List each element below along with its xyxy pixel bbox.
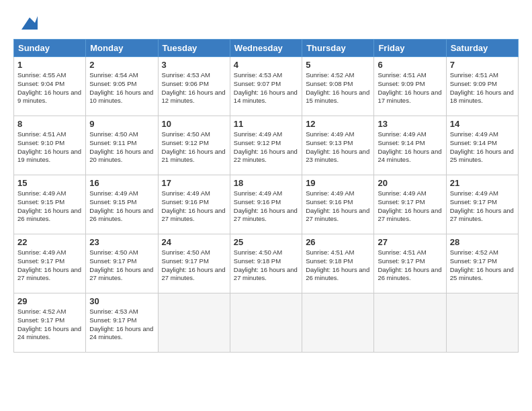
- header: [13, 11, 519, 32]
- calendar-cell: [446, 293, 518, 353]
- day-info: Sunrise: 4:54 AMSunset: 9:05 PMDaylight:…: [89, 71, 154, 105]
- calendar-cell: 8Sunrise: 4:51 AMSunset: 9:10 PMDaylight…: [14, 116, 86, 175]
- day-number: 10: [162, 119, 226, 129]
- day-number: 8: [17, 119, 82, 129]
- calendar-cell: 10Sunrise: 4:50 AMSunset: 9:12 PMDayligh…: [158, 116, 230, 175]
- day-number: 27: [378, 237, 442, 247]
- day-info: Sunrise: 4:49 AMSunset: 9:16 PMDaylight:…: [306, 189, 370, 224]
- calendar-cell: 7Sunrise: 4:51 AMSunset: 9:09 PMDaylight…: [446, 57, 518, 116]
- day-info: Sunrise: 4:52 AMSunset: 9:08 PMDaylight:…: [306, 71, 370, 105]
- day-number: 11: [234, 119, 298, 129]
- calendar-cell: 13Sunrise: 4:49 AMSunset: 9:14 PMDayligh…: [374, 116, 446, 175]
- day-info: Sunrise: 4:49 AMSunset: 9:17 PMDaylight:…: [450, 189, 515, 224]
- calendar-cell: [158, 293, 230, 353]
- calendar-cell: [374, 293, 446, 353]
- day-info: Sunrise: 4:51 AMSunset: 9:17 PMDaylight:…: [378, 248, 442, 283]
- day-info: Sunrise: 4:49 AMSunset: 9:14 PMDaylight:…: [450, 130, 515, 165]
- day-info: Sunrise: 4:50 AMSunset: 9:12 PMDaylight:…: [162, 130, 226, 165]
- day-number: 18: [234, 178, 298, 188]
- calendar-cell: 15Sunrise: 4:49 AMSunset: 9:15 PMDayligh…: [14, 175, 86, 234]
- calendar-cell: 6Sunrise: 4:51 AMSunset: 9:09 PMDaylight…: [374, 57, 446, 116]
- day-number: 2: [89, 60, 154, 70]
- day-number: 20: [378, 178, 442, 188]
- day-info: Sunrise: 4:50 AMSunset: 9:11 PMDaylight:…: [89, 130, 154, 165]
- weekday-header-thursday: Thursday: [302, 40, 374, 57]
- calendar-cell: 26Sunrise: 4:51 AMSunset: 9:18 PMDayligh…: [302, 234, 374, 293]
- day-number: 19: [306, 178, 370, 188]
- calendar-cell: 3Sunrise: 4:53 AMSunset: 9:06 PMDaylight…: [158, 57, 230, 116]
- weekday-header-monday: Monday: [86, 40, 158, 57]
- day-info: Sunrise: 4:52 AMSunset: 9:17 PMDaylight:…: [17, 308, 82, 342]
- day-info: Sunrise: 4:51 AMSunset: 9:09 PMDaylight:…: [450, 71, 515, 105]
- week-row-3: 15Sunrise: 4:49 AMSunset: 9:15 PMDayligh…: [14, 175, 519, 234]
- calendar-cell: 28Sunrise: 4:52 AMSunset: 9:17 PMDayligh…: [446, 234, 518, 293]
- day-info: Sunrise: 4:53 AMSunset: 9:07 PMDaylight:…: [234, 71, 298, 105]
- calendar-cell: 11Sunrise: 4:49 AMSunset: 9:12 PMDayligh…: [230, 116, 302, 175]
- calendar-cell: 21Sunrise: 4:49 AMSunset: 9:17 PMDayligh…: [446, 175, 518, 234]
- day-info: Sunrise: 4:49 AMSunset: 9:15 PMDaylight:…: [89, 189, 154, 224]
- day-info: Sunrise: 4:50 AMSunset: 9:17 PMDaylight:…: [162, 248, 226, 283]
- day-number: 4: [234, 60, 298, 70]
- weekday-header-wednesday: Wednesday: [230, 40, 302, 57]
- calendar: SundayMondayTuesdayWednesdayThursdayFrid…: [13, 39, 519, 353]
- calendar-cell: 12Sunrise: 4:49 AMSunset: 9:13 PMDayligh…: [302, 116, 374, 175]
- calendar-cell: 18Sunrise: 4:49 AMSunset: 9:16 PMDayligh…: [230, 175, 302, 234]
- day-number: 7: [450, 60, 515, 70]
- day-info: Sunrise: 4:49 AMSunset: 9:17 PMDaylight:…: [378, 189, 442, 224]
- day-number: 3: [162, 60, 226, 70]
- day-number: 26: [306, 237, 370, 247]
- day-number: 12: [306, 119, 370, 129]
- page: SundayMondayTuesdayWednesdayThursdayFrid…: [0, 0, 532, 411]
- day-info: Sunrise: 4:50 AMSunset: 9:18 PMDaylight:…: [234, 248, 298, 283]
- day-number: 25: [234, 237, 298, 247]
- day-number: 30: [89, 296, 154, 306]
- day-number: 29: [17, 296, 82, 306]
- calendar-cell: 20Sunrise: 4:49 AMSunset: 9:17 PMDayligh…: [374, 175, 446, 234]
- logo-icon: [16, 11, 38, 32]
- week-row-5: 29Sunrise: 4:52 AMSunset: 9:17 PMDayligh…: [14, 293, 519, 353]
- week-row-4: 22Sunrise: 4:49 AMSunset: 9:17 PMDayligh…: [14, 234, 519, 293]
- calendar-cell: 2Sunrise: 4:54 AMSunset: 9:05 PMDaylight…: [86, 57, 158, 116]
- day-info: Sunrise: 4:53 AMSunset: 9:17 PMDaylight:…: [89, 308, 154, 342]
- calendar-cell: 16Sunrise: 4:49 AMSunset: 9:15 PMDayligh…: [86, 175, 158, 234]
- day-info: Sunrise: 4:49 AMSunset: 9:12 PMDaylight:…: [234, 130, 298, 165]
- day-number: 1: [17, 60, 82, 70]
- day-number: 9: [89, 119, 154, 129]
- weekday-header-friday: Friday: [374, 40, 446, 57]
- calendar-cell: 29Sunrise: 4:52 AMSunset: 9:17 PMDayligh…: [14, 293, 86, 353]
- weekday-header-saturday: Saturday: [446, 40, 518, 57]
- day-number: 23: [89, 237, 154, 247]
- day-number: 21: [450, 178, 515, 188]
- day-info: Sunrise: 4:51 AMSunset: 9:18 PMDaylight:…: [306, 248, 370, 283]
- day-info: Sunrise: 4:49 AMSunset: 9:13 PMDaylight:…: [306, 130, 370, 165]
- calendar-cell: 25Sunrise: 4:50 AMSunset: 9:18 PMDayligh…: [230, 234, 302, 293]
- logo: [13, 11, 38, 32]
- calendar-cell: 30Sunrise: 4:53 AMSunset: 9:17 PMDayligh…: [86, 293, 158, 353]
- calendar-cell: 23Sunrise: 4:50 AMSunset: 9:17 PMDayligh…: [86, 234, 158, 293]
- weekday-header-row: SundayMondayTuesdayWednesdayThursdayFrid…: [14, 40, 519, 57]
- day-info: Sunrise: 4:51 AMSunset: 9:09 PMDaylight:…: [378, 71, 442, 105]
- day-info: Sunrise: 4:53 AMSunset: 9:06 PMDaylight:…: [162, 71, 226, 105]
- calendar-cell: 19Sunrise: 4:49 AMSunset: 9:16 PMDayligh…: [302, 175, 374, 234]
- calendar-cell: 24Sunrise: 4:50 AMSunset: 9:17 PMDayligh…: [158, 234, 230, 293]
- day-info: Sunrise: 4:55 AMSunset: 9:04 PMDaylight:…: [17, 71, 82, 105]
- day-number: 5: [306, 60, 370, 70]
- day-number: 6: [378, 60, 442, 70]
- weekday-header-tuesday: Tuesday: [158, 40, 230, 57]
- day-number: 13: [378, 119, 442, 129]
- day-number: 28: [450, 237, 515, 247]
- day-number: 15: [17, 178, 82, 188]
- calendar-cell: 17Sunrise: 4:49 AMSunset: 9:16 PMDayligh…: [158, 175, 230, 234]
- calendar-cell: [230, 293, 302, 353]
- calendar-cell: 5Sunrise: 4:52 AMSunset: 9:08 PMDaylight…: [302, 57, 374, 116]
- day-info: Sunrise: 4:49 AMSunset: 9:16 PMDaylight:…: [162, 189, 226, 224]
- calendar-cell: 22Sunrise: 4:49 AMSunset: 9:17 PMDayligh…: [14, 234, 86, 293]
- calendar-cell: 9Sunrise: 4:50 AMSunset: 9:11 PMDaylight…: [86, 116, 158, 175]
- week-row-1: 1Sunrise: 4:55 AMSunset: 9:04 PMDaylight…: [14, 57, 519, 116]
- week-row-2: 8Sunrise: 4:51 AMSunset: 9:10 PMDaylight…: [14, 116, 519, 175]
- weekday-header-sunday: Sunday: [14, 40, 86, 57]
- svg-marker-0: [21, 16, 38, 30]
- day-info: Sunrise: 4:49 AMSunset: 9:16 PMDaylight:…: [234, 189, 298, 224]
- day-info: Sunrise: 4:49 AMSunset: 9:15 PMDaylight:…: [17, 189, 82, 224]
- day-info: Sunrise: 4:49 AMSunset: 9:14 PMDaylight:…: [378, 130, 442, 165]
